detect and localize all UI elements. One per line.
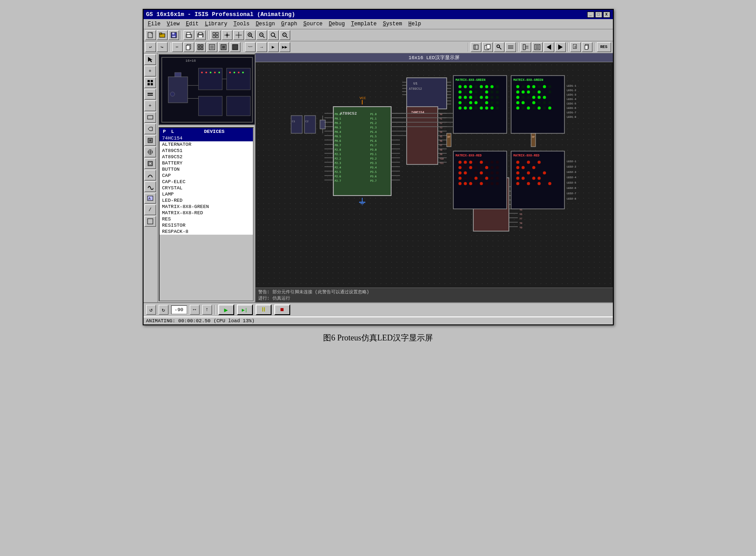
device-item-crystal[interactable]: CRYSTAL [160,185,253,191]
svg-rect-5 [172,32,175,35]
device-item-button[interactable]: BUTTON [160,166,253,172]
canvas-area[interactable]: 16x16 LED汉字显示屏 [256,53,613,302]
sim-play-button[interactable]: ▶ [218,304,234,315]
svg-point-257 [480,107,483,110]
menu-design[interactable]: Design [253,20,277,28]
menu-system[interactable]: System [380,20,404,28]
tool-wire-label[interactable] [144,89,156,100]
tool-component[interactable]: + [144,66,156,76]
cut-button[interactable]: ✂ [172,42,183,52]
zoom-in-button[interactable] [245,30,256,40]
origin-button[interactable] [222,30,232,40]
tool-sub-circuit[interactable] [144,112,156,123]
device-item-matrix-green[interactable]: MATRIX-8X8-GREEN [160,204,253,210]
copy2-button[interactable] [482,42,493,52]
print-button[interactable] [195,30,206,40]
device-item-res[interactable]: RES [160,216,253,222]
menu-source[interactable]: Source [301,20,325,28]
arrow-button[interactable]: → [256,42,267,52]
canvas-inner[interactable]: U1 AT89C52 [256,62,613,302]
tool-terminal[interactable] [144,124,156,134]
tool-line[interactable]: / [144,204,156,215]
svg-point-364 [474,161,477,164]
print-preview-button[interactable] [184,30,194,40]
wire-button[interactable]: 〰 [245,42,256,52]
device-item-alternator[interactable]: ALTERNATOR [160,141,253,148]
doc-button-2[interactable] [582,42,592,52]
minimize-button[interactable]: _ [587,12,594,18]
menu-tools[interactable]: Tools [231,20,252,28]
maximize-button[interactable]: □ [595,12,602,18]
rotate-cw-button[interactable]: ↻ [159,305,168,315]
zoom-area-button[interactable]: ? [280,30,290,40]
forward-button[interactable] [555,42,566,52]
extra-button[interactable]: RES [597,42,611,52]
new-button[interactable] [145,30,156,40]
title-bar: GS 16x16x1m - ISIS Professional (Animati… [144,10,613,19]
tool-tape[interactable] [144,181,156,192]
menu-graph[interactable]: Graph [279,20,300,28]
zoom-out-button[interactable] [256,30,267,40]
undo-button[interactable]: ↩ [145,42,156,52]
block-button-4[interactable] [230,42,240,52]
tool-marker[interactable] [144,216,156,227]
mirror-h-button[interactable]: ↔ [190,305,200,315]
open-button[interactable] [157,30,168,40]
tool-voltage-probe[interactable] [144,158,156,169]
block-button-3[interactable] [218,42,229,52]
menu-help[interactable]: Help [406,20,424,28]
sim-stop-button[interactable]: ■ [274,304,290,315]
device-item-cap[interactable]: CAP [160,172,253,179]
mirror-v-button[interactable]: ↑ [202,305,212,315]
tool-text[interactable]: A [144,193,156,204]
crosshair-button[interactable] [233,30,244,40]
angle-input[interactable] [171,305,187,314]
device-item-respack8[interactable]: RESPACK-8 [160,228,253,235]
copy-button[interactable] [184,42,194,52]
rotate-ccw-button[interactable]: ↺ [146,305,156,315]
device-item-74hc154[interactable]: 74HC154 [160,135,253,141]
menu-file[interactable]: File [145,20,164,28]
back-button[interactable] [544,42,554,52]
device-item-led-red[interactable]: LED-RED [160,197,253,204]
svg-point-383 [485,182,488,185]
doc-button-1[interactable] [570,42,581,52]
menu-template[interactable]: Template [348,20,380,28]
tool-graph[interactable] [144,147,156,157]
svg-text:LED2-8: LED2-8 [567,197,576,200]
probe-button[interactable] [471,42,481,52]
property-button[interactable] [505,42,516,52]
tool-current-probe[interactable] [144,170,156,180]
device-item-battery[interactable]: BATTERY [160,160,253,166]
close-button[interactable]: X [603,12,610,18]
zoom-fit-button[interactable] [268,30,279,40]
menu-edit[interactable]: Edit [183,20,201,28]
sim-step2-button[interactable]: ▶▶ [280,42,290,52]
block-button-1[interactable] [195,42,206,52]
tool-bus-wire[interactable]: + [144,100,156,111]
device-item-cap-elec[interactable]: CAP-ELEC [160,179,253,185]
redo-button[interactable]: ↪ [157,42,168,52]
sim-step-button[interactable]: ▶| [237,304,253,315]
bom-button[interactable] [532,42,543,52]
search-button[interactable] [494,42,504,52]
netlist-button[interactable] [520,42,531,52]
device-item-lamp[interactable]: LAMP [160,191,253,197]
svg-point-357 [458,177,461,180]
grid-button[interactable] [210,30,221,40]
block-button-2[interactable] [207,42,217,52]
svg-point-385 [496,182,499,185]
tool-select[interactable] [144,54,156,65]
device-item-resistor[interactable]: RESISTOR [160,222,253,228]
tool-device-pin[interactable] [144,135,156,146]
device-item-at89c52[interactable]: AT89C52 [160,154,253,160]
sim-run-button[interactable]: ▶ [268,42,279,52]
menu-view[interactable]: View [164,20,182,28]
menu-debug[interactable]: Debug [326,20,348,28]
menu-library[interactable]: Library [202,20,230,28]
sim-pause-button[interactable]: ⏸ [256,304,272,315]
tool-junction[interactable] [144,77,156,88]
device-item-matrix-red[interactable]: MATRIX-8X8-RED [160,210,253,216]
device-item-at89c51[interactable]: AT89C51 [160,148,253,154]
save-button[interactable] [168,30,179,40]
